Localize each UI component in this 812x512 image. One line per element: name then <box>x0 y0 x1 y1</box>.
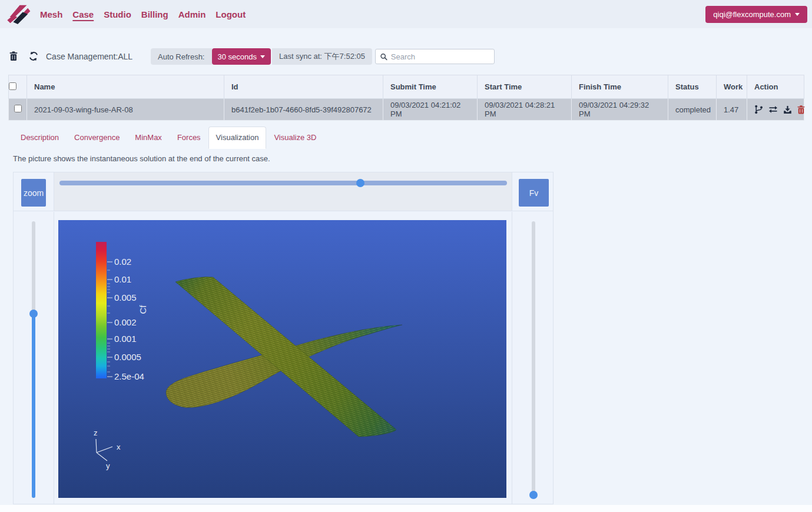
cell-start-time: 09/03/2021 04:28:21 PM <box>478 99 572 121</box>
cell-work: 1.47 <box>717 99 747 121</box>
flexcompute-logo[interactable] <box>6 4 31 24</box>
search-input[interactable] <box>391 52 489 61</box>
colorbar-title: Cf <box>138 305 148 314</box>
navbar: Mesh Case Studio Billing Admin Logout qi… <box>0 0 812 28</box>
zoom-button[interactable]: zoom <box>21 179 46 207</box>
caret-down-icon <box>795 13 800 16</box>
table-header-row: Name Id Submit Time Start Time Finish Ti… <box>9 75 804 99</box>
row-actions <box>754 105 797 114</box>
col-header-finish-time[interactable]: Finish Time <box>572 75 668 99</box>
delete-case-button[interactable] <box>797 105 805 114</box>
tab-minmax[interactable]: MinMax <box>127 127 170 149</box>
cell-status: completed <box>668 99 717 121</box>
tab-forces[interactable]: Forces <box>170 127 208 149</box>
refresh-list-button[interactable] <box>29 51 38 61</box>
viewer-top-controls: zoom Fv <box>14 172 553 211</box>
nav-item-billing[interactable]: Billing <box>141 9 168 19</box>
retry-case-button[interactable] <box>768 105 778 114</box>
col-header-name[interactable]: Name <box>27 75 224 99</box>
colorbar-tick-label: 0.0005 <box>114 352 141 362</box>
nav-menu: Mesh Case Studio Billing Admin Logout <box>40 9 246 19</box>
tab-visualize-3d[interactable]: Visualize 3D <box>266 127 324 149</box>
nav-item-studio[interactable]: Studio <box>104 9 131 19</box>
viewer-body: 0.02 0.01 0.005 0.002 0.001 0.0005 2.5e-… <box>14 212 553 504</box>
tab-convergence[interactable]: Convergence <box>67 127 127 149</box>
nav-item-mesh[interactable]: Mesh <box>40 9 62 19</box>
axis-label-x: x <box>117 443 121 451</box>
col-header-action: Action <box>747 75 804 99</box>
fork-icon <box>754 105 763 114</box>
cell-finish-time: 09/03/2021 04:29:32 PM <box>572 99 668 121</box>
col-header-work[interactable]: Work <box>717 75 747 99</box>
visualization-description: The picture shows the instantaneous solu… <box>13 154 270 163</box>
colorbar-tick-label: 0.01 <box>114 274 131 284</box>
col-header-submit-time[interactable]: Submit Time <box>383 75 478 99</box>
nav-item-admin[interactable]: Admin <box>178 9 206 19</box>
search-icon <box>380 53 387 61</box>
select-all-checkbox[interactable] <box>9 82 16 90</box>
axis-label-y: y <box>106 461 110 470</box>
left-slider-thumb[interactable] <box>29 310 38 318</box>
auto-refresh-label: Auto Refresh: <box>151 48 212 65</box>
refresh-icon <box>29 51 38 61</box>
colorbar-tick-label: 0.005 <box>114 292 137 302</box>
case-table: Name Id Submit Time Start Time Finish Ti… <box>8 75 804 121</box>
colorbar-tick-label: 0.002 <box>114 317 137 327</box>
tab-visualization[interactable]: Visualization <box>208 127 267 149</box>
refresh-interval-value: 30 seconds <box>218 52 257 61</box>
user-email: qiqi@flexcompute.com <box>713 10 791 19</box>
user-menu-button[interactable]: qiqi@flexcompute.com <box>705 6 807 23</box>
download-icon <box>783 105 792 114</box>
trash-icon <box>9 51 18 61</box>
refresh-interval-dropdown[interactable]: 30 seconds <box>212 48 271 65</box>
table-row[interactable]: 2021-09-03-wing-fuse-AR-08 b641f2eb-1b07… <box>9 99 804 121</box>
caret-down-icon <box>260 55 265 58</box>
horizontal-slider-thumb[interactable] <box>356 179 364 187</box>
cell-submit-time: 09/03/2021 04:21:02 PM <box>383 99 478 121</box>
right-slider-thumb[interactable] <box>529 491 538 499</box>
cell-name: 2021-09-03-wing-fuse-AR-08 <box>27 99 224 121</box>
delete-cases-button[interactable] <box>9 51 18 61</box>
nav-item-logout[interactable]: Logout <box>216 9 246 19</box>
colorbar-tick-label: 0.001 <box>114 334 137 344</box>
fork-case-button[interactable] <box>754 105 763 114</box>
last-sync-label: Last sync at: 下午7:52:05 <box>272 48 372 65</box>
left-slider-fill <box>32 314 35 498</box>
search-box <box>375 49 495 64</box>
trash-icon <box>797 105 805 114</box>
fv-button[interactable]: Fv <box>519 179 549 207</box>
horizontal-slider-track[interactable] <box>59 181 507 185</box>
nav-item-case[interactable]: Case <box>72 9 94 19</box>
page-title: Case Management:ALL <box>46 48 132 65</box>
col-header-start-time[interactable]: Start Time <box>478 75 572 99</box>
col-header-id[interactable]: Id <box>224 75 383 99</box>
colorbar-tick-label: 0.02 <box>114 257 131 267</box>
cell-id: b641f2eb-1b07-4660-8fd5-39f492807672 <box>224 99 383 121</box>
swap-arrows-icon <box>768 105 778 114</box>
axis-label-z: z <box>94 428 98 437</box>
visualization-panel: zoom Fv <box>13 172 554 504</box>
download-case-button[interactable] <box>783 105 792 114</box>
toolbar: Case Management:ALL Auto Refresh: 30 sec… <box>0 48 812 65</box>
colorbar-tick-label: 2.5e-04 <box>114 371 144 381</box>
auto-refresh-group: Auto Refresh: 30 seconds Last sync at: 下… <box>151 48 372 65</box>
cfd-scene-image[interactable]: 0.02 0.01 0.005 0.002 0.001 0.0005 2.5e-… <box>58 220 506 498</box>
page-footer-strip <box>0 505 812 512</box>
detail-tabs: Description Convergence MinMax Forces Vi… <box>13 127 324 149</box>
col-header-status[interactable]: Status <box>668 75 717 99</box>
tab-description[interactable]: Description <box>13 127 67 149</box>
row-checkbox[interactable] <box>14 105 22 112</box>
right-slider-track[interactable] <box>532 221 535 498</box>
